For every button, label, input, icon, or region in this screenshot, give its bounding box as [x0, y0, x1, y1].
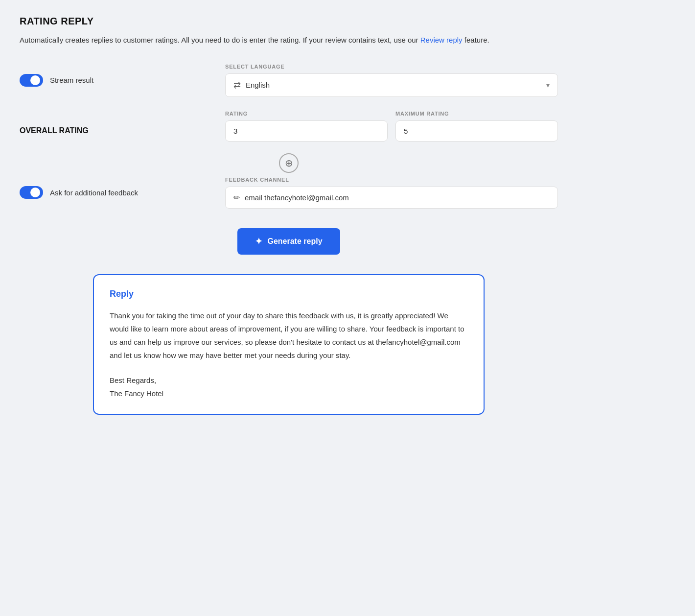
page-description: Automatically creates replies to custome…: [20, 35, 558, 46]
feedback-row: Ask for additional feedback FEEDBACK CHA…: [20, 177, 558, 209]
language-select[interactable]: ⇄ English ▾: [225, 73, 558, 97]
stream-slider: [20, 74, 43, 87]
max-rating-label: MAXIMUM RATING: [395, 111, 558, 117]
feedback-toggle-label: Ask for additional feedback: [50, 189, 138, 197]
rating-input[interactable]: [225, 120, 388, 142]
feedback-channel-label: FEEDBACK CHANNEL: [225, 177, 558, 183]
max-rating-input[interactable]: [395, 120, 558, 142]
reply-footer-line2: The Fancy Hotel: [110, 387, 468, 400]
reply-box: Reply Thank you for taking the time out …: [93, 274, 485, 415]
review-reply-link[interactable]: Review reply: [420, 36, 463, 44]
add-button-row: ⊕: [20, 149, 558, 177]
generate-reply-button[interactable]: ✦ Generate reply: [237, 228, 340, 255]
feedback-slider: [20, 186, 43, 199]
feedback-left: Ask for additional feedback: [20, 186, 225, 199]
page-title: RATING REPLY: [20, 16, 558, 27]
language-label: SELECT LANGUAGE: [225, 64, 558, 70]
rating-inputs-row: RATING MAXIMUM RATING: [225, 111, 558, 142]
add-button[interactable]: ⊕: [279, 153, 299, 173]
overall-rating-label: OVERALL RATING: [20, 126, 89, 135]
feedback-channel-field: FEEDBACK CHANNEL ✏ email thefancyhotel@g…: [225, 177, 558, 209]
feedback-input-display[interactable]: ✏ email thefancyhotel@gmail.com: [225, 187, 558, 209]
max-rating-field: MAXIMUM RATING: [395, 111, 558, 142]
generate-button-label: Generate reply: [267, 237, 322, 246]
reply-footer: Best Regards, The Fancy Hotel: [110, 374, 468, 400]
plus-icon: ⊕: [285, 157, 293, 169]
chevron-down-icon: ▾: [546, 81, 550, 89]
reply-footer-line1: Best Regards,: [110, 374, 468, 387]
overall-rating-row: OVERALL RATING RATING MAXIMUM RATING: [20, 111, 558, 142]
reply-text: Thank you for taking the time out of you…: [110, 309, 468, 362]
sparkle-icon: ✦: [255, 236, 262, 247]
rating-field: RATING: [225, 111, 388, 142]
reply-section: Reply Thank you for taking the time out …: [20, 274, 558, 415]
stream-toggle[interactable]: [20, 74, 43, 87]
reply-title: Reply: [110, 289, 468, 299]
generate-button-row: ✦ Generate reply: [20, 224, 558, 259]
rating-label: RATING: [225, 111, 388, 117]
stream-label: Stream result: [50, 76, 93, 84]
stream-left: Stream result: [20, 74, 225, 87]
stream-result-row: Stream result SELECT LANGUAGE ⇄ English …: [20, 64, 558, 97]
edit-icon: ✏: [233, 193, 240, 202]
language-value: English: [246, 81, 270, 89]
rating-fields: RATING MAXIMUM RATING: [225, 111, 558, 142]
translate-icon: ⇄: [233, 80, 241, 91]
feedback-toggle[interactable]: [20, 186, 43, 199]
feedback-value: email thefancyhotel@gmail.com: [245, 193, 349, 202]
language-field: SELECT LANGUAGE ⇄ English ▾: [225, 64, 558, 97]
overall-left: OVERALL RATING: [20, 111, 225, 135]
